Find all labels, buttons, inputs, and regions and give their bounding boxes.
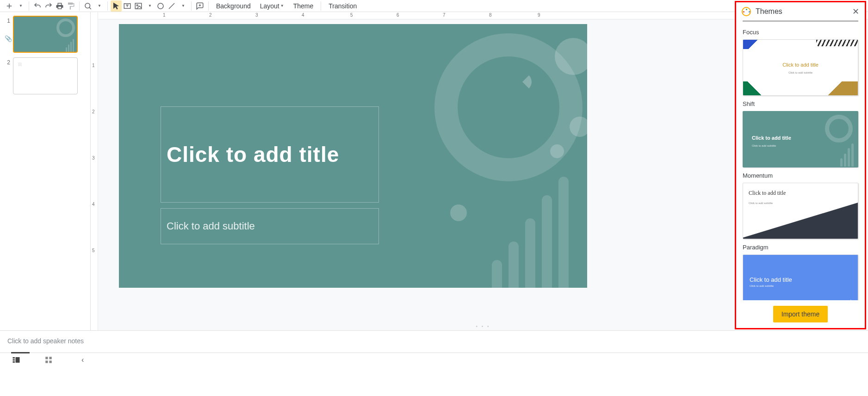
shape-tool[interactable] (155, 0, 166, 12)
svg-point-2 (85, 3, 90, 8)
ruler-tick: 8 (489, 12, 492, 18)
vertical-ruler: 1 2 3 4 5 (91, 12, 98, 330)
transition-button[interactable]: Transition (324, 0, 361, 12)
subtitle-placeholder: Click to add subtitle (167, 220, 255, 232)
ruler-tick: 3 (255, 12, 258, 18)
ruler-tick: 5 (350, 12, 353, 18)
ruler-tick: 7 (443, 12, 446, 18)
image-tool[interactable] (133, 0, 144, 12)
zoom-dropdown[interactable]: ▼ (93, 0, 105, 12)
ruler-tick: 1 (163, 12, 166, 18)
close-icon[interactable]: ✕ (852, 6, 859, 17)
decoration-dot (570, 117, 587, 137)
ruler-tick: 4 (92, 202, 95, 207)
svg-rect-18 (50, 357, 52, 359)
svg-rect-20 (50, 360, 52, 363)
svg-point-9 (158, 3, 163, 9)
svg-point-8 (136, 5, 138, 6)
title-textbox[interactable]: Click to add title (161, 106, 379, 203)
theme-button[interactable]: Theme (289, 0, 318, 12)
svg-rect-13 (13, 357, 15, 359)
panel-body[interactable]: Focus Click to add title Click to add su… (736, 24, 865, 300)
ruler-tick: 2 (92, 109, 95, 114)
slide-canvas[interactable]: Click to add title Click to add subtitle (119, 24, 587, 288)
theme-name-focus: Focus (743, 29, 858, 36)
subtitle-textbox[interactable]: Click to add subtitle (161, 208, 379, 244)
theme-card-focus[interactable]: Click to add title Click to add subtitle (743, 39, 858, 96)
slide-number: 2 (4, 57, 13, 94)
ruler-tick: 5 (92, 248, 95, 253)
layout-button[interactable]: Layout▼ (255, 0, 289, 12)
theme-preview-subtitle: Click to add subtitle (752, 144, 776, 147)
slide-thumbnail-1[interactable] (13, 16, 78, 53)
grid-view-button[interactable] (42, 353, 56, 367)
comment-button[interactable] (194, 0, 205, 12)
select-tool[interactable] (111, 0, 122, 12)
decoration-bars (492, 177, 569, 288)
theme-preview-title: Click to add title (752, 135, 791, 141)
ruler-tick: 9 (538, 12, 540, 18)
ruler-tick: 3 (92, 155, 95, 161)
theme-name-momentum: Momentum (743, 172, 858, 179)
svg-rect-17 (45, 357, 48, 359)
undo-button[interactable] (32, 0, 43, 12)
theme-name-shift: Shift (743, 100, 858, 107)
ruler-tick: 4 (302, 12, 304, 18)
collapse-filmstrip-icon[interactable]: ‹ (81, 356, 84, 364)
title-placeholder: Click to add title (167, 142, 339, 167)
slide-thumbnail-2[interactable] (13, 57, 78, 94)
new-slide-dropdown[interactable]: ▼ (15, 0, 26, 12)
theme-card-shift[interactable]: Click to add title Click to add subtitle (743, 111, 858, 167)
textbox-tool[interactable] (122, 0, 133, 12)
paint-format-button[interactable] (65, 0, 76, 12)
svg-rect-7 (135, 3, 142, 9)
background-button[interactable]: Background (211, 0, 255, 12)
import-theme-button[interactable]: Import theme (773, 306, 828, 322)
layout-label: Layout (260, 2, 279, 10)
notes-resize-handle[interactable]: • • • (476, 324, 490, 329)
theme-preview-subtitle: Click to add subtitle (749, 202, 773, 204)
theme-preview-title: Click to add title (750, 276, 792, 283)
svg-line-10 (169, 3, 174, 9)
svg-rect-19 (45, 360, 48, 363)
filmstrip-view-button[interactable] (9, 353, 23, 367)
theme-preview-subtitle: Click to add subtitle (743, 71, 858, 74)
theme-preview-title: Click to add title (749, 190, 786, 197)
ruler-tick: 2 (209, 12, 212, 18)
ruler-tick: 1 (92, 63, 95, 68)
filmstrip: 📎 1 2 (0, 12, 91, 330)
new-slide-button[interactable] (4, 0, 15, 12)
themes-panel: Themes ✕ Focus Click to add title Click … (735, 1, 866, 329)
svg-rect-15 (13, 361, 15, 363)
theme-name-paradigm: Paradigm (743, 244, 858, 251)
svg-rect-14 (13, 359, 15, 360)
panel-footer: Import theme (736, 300, 865, 328)
image-dropdown[interactable]: ▼ (144, 0, 155, 12)
speaker-notes[interactable]: Click to add speaker notes (0, 330, 868, 353)
svg-rect-16 (16, 357, 20, 363)
theme-card-momentum[interactable]: Click to add title Click to add subtitle (743, 183, 858, 239)
decoration-dot (450, 204, 467, 221)
palette-icon (742, 7, 751, 16)
svg-line-3 (89, 7, 91, 9)
notes-placeholder: Click to add speaker notes (7, 337, 84, 345)
panel-header: Themes ✕ (736, 2, 865, 21)
attachment-icon: 📎 (5, 35, 12, 42)
theme-preview-subtitle: Click to add subtitle (750, 285, 774, 287)
slide-number: 1 (4, 16, 13, 53)
line-tool[interactable] (166, 0, 177, 12)
line-dropdown[interactable]: ▼ (177, 0, 188, 12)
decoration-dot (555, 38, 587, 75)
redo-button[interactable] (43, 0, 54, 12)
decoration-dot (550, 144, 564, 158)
bottom-bar: ‹ (0, 353, 868, 366)
theme-card-paradigm[interactable]: Click to add title Click to add subtitle (743, 254, 858, 300)
theme-preview-title: Click to add title (743, 62, 858, 68)
zoom-button[interactable] (82, 0, 93, 12)
print-button[interactable] (54, 0, 65, 12)
ruler-tick: 6 (397, 12, 399, 18)
panel-title: Themes (756, 7, 782, 16)
